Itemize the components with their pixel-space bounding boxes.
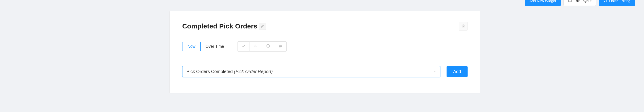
clock-icon	[266, 44, 270, 48]
chart-type-gauge[interactable]	[262, 41, 274, 52]
add-new-widget-button[interactable]: Add New Widget	[525, 0, 561, 6]
chevron-down-icon	[434, 69, 436, 74]
edit-layout-button[interactable]: Edit Layout	[564, 0, 596, 6]
chart-type-line[interactable]	[237, 41, 250, 52]
metric-select[interactable]: Pick Orders Completed (Pick Order Report…	[182, 66, 440, 77]
finish-editing-label: Finish Editing	[609, 0, 630, 3]
pencil-icon	[260, 24, 264, 28]
trash-icon	[461, 24, 465, 28]
save-icon	[568, 0, 572, 3]
metric-select-value: Pick Orders Completed	[186, 69, 234, 74]
widget-card: Completed Pick Orders Now Over Time	[170, 11, 480, 93]
finish-editing-button[interactable]: Finish Editing	[599, 0, 635, 6]
divider	[182, 58, 468, 58]
save-icon	[604, 0, 607, 3]
svg-line-7	[281, 44, 281, 48]
edit-layout-label: Edit Layout	[574, 0, 592, 3]
chart-type-group	[237, 41, 287, 52]
metric-select-sub: (Pick Order Report)	[234, 69, 272, 74]
tab-now[interactable]: Now	[182, 42, 200, 51]
widget-title: Completed Pick Orders	[182, 22, 258, 30]
chart-type-number[interactable]	[274, 41, 287, 52]
line-chart-icon	[242, 44, 246, 48]
chart-type-bar[interactable]	[250, 41, 262, 52]
svg-line-6	[280, 44, 280, 48]
tab-over-time[interactable]: Over Time	[200, 42, 229, 51]
add-button[interactable]: Add	[446, 66, 468, 77]
time-mode-group: Now Over Time	[182, 42, 229, 51]
delete-widget-button[interactable]	[459, 22, 468, 31]
edit-title-button[interactable]	[259, 23, 266, 30]
hash-icon	[278, 44, 282, 48]
bar-chart-icon	[254, 44, 258, 48]
